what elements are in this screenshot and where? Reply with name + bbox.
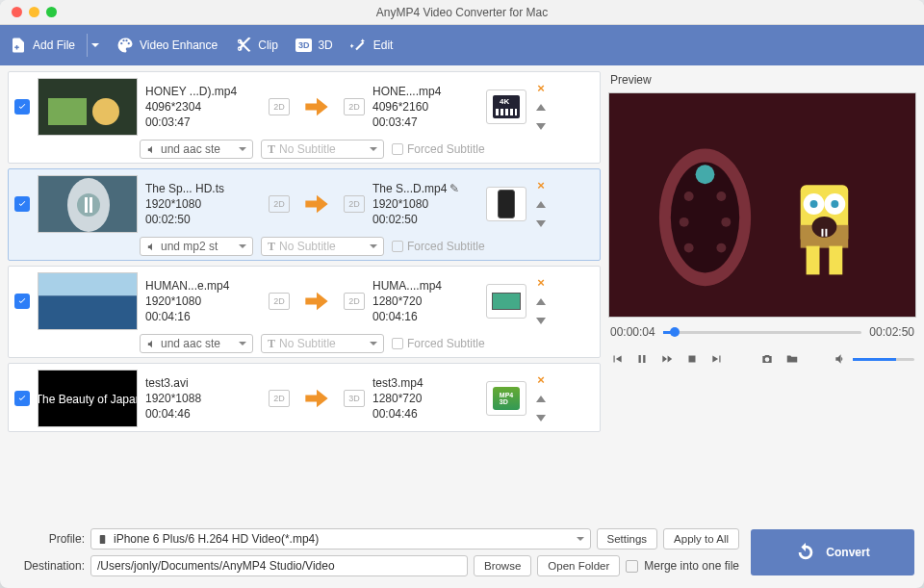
item-thumbnail[interactable]: The Beauty of Japan: [38, 370, 138, 427]
item-checkbox[interactable]: [14, 391, 30, 406]
item-thumbnail[interactable]: [38, 175, 138, 233]
chevron-down-icon: [239, 147, 246, 151]
svg-point-18: [680, 217, 689, 227]
volume-icon[interactable]: [834, 352, 847, 366]
forced-subtitle-label: Forced Subtitle: [407, 142, 485, 156]
video-enhance-button[interactable]: Video Enhance: [116, 37, 218, 54]
fast-forward-button[interactable]: [660, 352, 674, 366]
open-snapshot-folder-button[interactable]: [785, 352, 799, 366]
arrow-icon: [297, 370, 336, 427]
stop-button[interactable]: [685, 352, 699, 366]
browse-button[interactable]: Browse: [474, 555, 531, 576]
input-meta: HONEY ...D).mp44096*230400:03:47: [145, 78, 261, 136]
move-down-icon[interactable]: [536, 314, 546, 327]
move-up-icon[interactable]: [536, 197, 546, 211]
input-mode-badge[interactable]: 2D: [269, 98, 290, 115]
move-up-icon[interactable]: [536, 100, 546, 114]
profile-select[interactable]: iPhone 6 Plus/6 H.264 HD Video(*.mp4): [90, 528, 591, 550]
destination-input[interactable]: /Users/jonly/Documents/AnyMP4 Studio/Vid…: [90, 555, 468, 576]
remove-item-icon[interactable]: ×: [537, 372, 545, 387]
output-profile-icon[interactable]: [486, 187, 526, 221]
svg-rect-8: [38, 273, 137, 295]
item-thumbnail[interactable]: [38, 78, 138, 136]
output-profile-icon[interactable]: [486, 284, 526, 319]
titlebar: AnyMP4 Video Converter for Mac: [0, 0, 924, 25]
3d-button[interactable]: 3D 3D: [295, 38, 333, 52]
file-item[interactable]: HONEY ...D).mp44096*230400:03:472D2DHONE…: [8, 71, 601, 164]
preview-video[interactable]: [608, 92, 916, 318]
add-file-dropdown-icon[interactable]: [91, 43, 99, 47]
remove-item-icon[interactable]: ×: [537, 81, 545, 95]
remove-item-icon[interactable]: ×: [537, 275, 545, 290]
output-filename: test3.mp4: [372, 376, 478, 390]
item-thumbnail[interactable]: [38, 272, 138, 330]
audio-track-select[interactable]: und mp2 st: [140, 237, 253, 256]
file-item[interactable]: HUMAN...e.mp41920*108000:04:162D2DHUMA..…: [8, 266, 601, 358]
forced-subtitle-checkbox[interactable]: Forced Subtitle: [392, 240, 485, 253]
move-down-icon[interactable]: [536, 411, 546, 424]
scissors-icon: [235, 37, 252, 54]
output-filename: HUMA....mp4: [372, 279, 478, 293]
subtitle-select[interactable]: TNo Subtitle: [261, 334, 384, 353]
merge-checkbox[interactable]: Merge into one file: [626, 559, 739, 573]
output-mode-badge[interactable]: 3D: [344, 390, 365, 407]
speaker-icon: [146, 242, 157, 252]
output-duration: 00:04:16: [372, 310, 478, 323]
move-down-icon[interactable]: [536, 119, 546, 133]
prev-button[interactable]: [610, 352, 624, 366]
file-item[interactable]: The Beauty of Japantest3.avi1920*108800:…: [8, 363, 601, 432]
audio-track-select[interactable]: und aac ste: [140, 140, 253, 159]
edit-name-icon[interactable]: ✎: [449, 182, 459, 195]
check-icon: [17, 199, 27, 209]
remove-item-icon[interactable]: ×: [537, 178, 545, 192]
edit-button[interactable]: Edit: [350, 37, 394, 54]
output-settings: Profile: iPhone 6 Plus/6 H.264 HD Video(…: [10, 528, 739, 576]
forced-subtitle-checkbox[interactable]: Forced Subtitle: [392, 337, 485, 350]
subtitle-select[interactable]: TNo Subtitle: [261, 237, 384, 256]
open-folder-button[interactable]: Open Folder: [537, 555, 620, 576]
item-checkbox[interactable]: [14, 196, 30, 212]
output-duration: 00:02:50: [372, 213, 478, 226]
subtitle-icon: T: [268, 142, 275, 157]
arrow-icon: [297, 78, 336, 136]
svg-point-5: [77, 193, 100, 217]
destination-value: /Users/jonly/Documents/AnyMP4 Studio/Vid…: [97, 559, 335, 573]
file-item[interactable]: The Sp... HD.ts1920*108000:02:502D2DThe …: [8, 168, 601, 261]
output-profile-icon[interactable]: MP43D: [486, 381, 526, 416]
next-button[interactable]: [710, 352, 724, 366]
output-profile-icon[interactable]: [486, 89, 526, 124]
snapshot-button[interactable]: [760, 352, 774, 366]
apply-to-all-button[interactable]: Apply to All: [663, 528, 739, 550]
audio-track-select[interactable]: und aac ste: [140, 334, 253, 353]
output-mode-badge[interactable]: 2D: [344, 98, 365, 115]
seek-slider[interactable]: [663, 331, 862, 334]
body: HONEY ...D).mp44096*230400:03:472D2DHONE…: [0, 65, 924, 521]
settings-button[interactable]: Settings: [597, 528, 658, 550]
move-down-icon[interactable]: [536, 217, 546, 230]
input-mode-badge[interactable]: 2D: [269, 293, 290, 310]
svg-point-21: [716, 243, 726, 253]
output-mode-badge[interactable]: 2D: [344, 195, 365, 213]
destination-label: Destination:: [10, 559, 85, 573]
check-icon: [17, 394, 27, 403]
output-resolution: 1280*720: [372, 294, 478, 308]
move-up-icon[interactable]: [536, 294, 546, 308]
input-mode-badge[interactable]: 2D: [269, 195, 290, 213]
convert-button[interactable]: Convert: [751, 529, 914, 575]
forced-subtitle-checkbox[interactable]: Forced Subtitle: [392, 142, 485, 156]
output-mode-badge[interactable]: 2D: [344, 293, 365, 310]
clip-button[interactable]: Clip: [235, 37, 278, 54]
add-file-button[interactable]: Add File: [10, 34, 99, 57]
svg-rect-33: [100, 534, 106, 543]
item-checkbox[interactable]: [14, 294, 30, 309]
input-mode-badge[interactable]: 2D: [269, 390, 290, 407]
chevron-down-icon: [239, 342, 246, 345]
subtitle-select[interactable]: TNo Subtitle: [261, 140, 384, 159]
phone-icon: [97, 534, 108, 545]
pause-button[interactable]: [635, 352, 649, 366]
item-side-buttons: ×: [534, 78, 548, 136]
move-up-icon[interactable]: [536, 392, 546, 405]
volume-slider[interactable]: [853, 358, 914, 361]
item-checkbox[interactable]: [14, 99, 30, 115]
profile-label: Profile:: [10, 532, 85, 546]
